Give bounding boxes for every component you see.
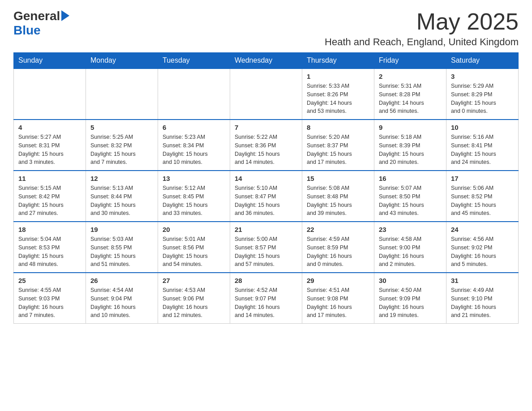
calendar-header-saturday: Saturday (446, 53, 519, 69)
calendar-cell: 17Sunrise: 5:06 AM Sunset: 8:52 PM Dayli… (446, 171, 519, 222)
day-number: 1 (307, 73, 369, 80)
logo-blue-text: Blue (13, 23, 41, 37)
day-number: 27 (163, 277, 225, 284)
day-info: Sunrise: 5:27 AM Sunset: 8:31 PM Dayligh… (18, 133, 81, 167)
day-number: 7 (235, 124, 297, 131)
calendar-week-row: 4Sunrise: 5:27 AM Sunset: 8:31 PM Daylig… (14, 120, 519, 171)
title-block: May 2025 Heath and Reach, England, Unite… (325, 9, 519, 48)
calendar-cell (86, 68, 158, 120)
day-info: Sunrise: 5:15 AM Sunset: 8:42 PM Dayligh… (18, 184, 81, 218)
day-number: 4 (18, 124, 81, 131)
day-number: 22 (307, 226, 369, 233)
calendar-cell: 9Sunrise: 5:18 AM Sunset: 8:39 PM Daylig… (374, 120, 446, 171)
calendar-header-friday: Friday (374, 53, 446, 69)
calendar-cell: 14Sunrise: 5:10 AM Sunset: 8:47 PM Dayli… (230, 171, 302, 222)
day-number: 26 (90, 277, 153, 284)
calendar-week-row: 18Sunrise: 5:04 AM Sunset: 8:53 PM Dayli… (14, 222, 519, 273)
day-number: 23 (379, 226, 442, 233)
location-title: Heath and Reach, England, United Kingdom (325, 36, 519, 48)
day-number: 28 (235, 277, 297, 284)
day-number: 5 (90, 124, 153, 131)
day-number: 15 (307, 175, 369, 182)
calendar-cell: 4Sunrise: 5:27 AM Sunset: 8:31 PM Daylig… (14, 120, 86, 171)
calendar-cell: 2Sunrise: 5:31 AM Sunset: 8:28 PM Daylig… (374, 68, 446, 120)
day-info: Sunrise: 4:56 AM Sunset: 9:02 PM Dayligh… (451, 235, 514, 269)
calendar-cell: 10Sunrise: 5:16 AM Sunset: 8:41 PM Dayli… (446, 120, 519, 171)
day-info: Sunrise: 5:16 AM Sunset: 8:41 PM Dayligh… (451, 133, 514, 167)
calendar-cell: 6Sunrise: 5:23 AM Sunset: 8:34 PM Daylig… (158, 120, 230, 171)
day-number: 8 (307, 124, 369, 131)
day-number: 9 (379, 124, 442, 131)
month-title: May 2025 (325, 9, 519, 34)
day-info: Sunrise: 5:03 AM Sunset: 8:55 PM Dayligh… (90, 235, 153, 269)
calendar-header-tuesday: Tuesday (158, 53, 230, 69)
day-info: Sunrise: 4:54 AM Sunset: 9:04 PM Dayligh… (90, 286, 153, 320)
day-info: Sunrise: 5:23 AM Sunset: 8:34 PM Dayligh… (163, 133, 225, 167)
calendar-week-row: 25Sunrise: 4:55 AM Sunset: 9:03 PM Dayli… (14, 273, 519, 324)
day-info: Sunrise: 4:52 AM Sunset: 9:07 PM Dayligh… (235, 286, 297, 320)
calendar-cell (14, 68, 86, 120)
day-info: Sunrise: 4:49 AM Sunset: 9:10 PM Dayligh… (451, 286, 514, 320)
logo-triangle-icon (61, 10, 69, 21)
calendar-week-row: 1Sunrise: 5:33 AM Sunset: 8:26 PM Daylig… (14, 68, 519, 120)
calendar-cell: 19Sunrise: 5:03 AM Sunset: 8:55 PM Dayli… (86, 222, 158, 273)
day-number: 29 (307, 277, 369, 284)
day-info: Sunrise: 5:00 AM Sunset: 8:57 PM Dayligh… (235, 235, 297, 269)
day-info: Sunrise: 5:25 AM Sunset: 8:32 PM Dayligh… (90, 133, 153, 167)
calendar-cell: 13Sunrise: 5:12 AM Sunset: 8:45 PM Dayli… (158, 171, 230, 222)
calendar-cell (158, 68, 230, 120)
calendar-cell: 30Sunrise: 4:50 AM Sunset: 9:09 PM Dayli… (374, 273, 446, 324)
calendar-cell: 16Sunrise: 5:07 AM Sunset: 8:50 PM Dayli… (374, 171, 446, 222)
calendar-cell: 15Sunrise: 5:08 AM Sunset: 8:48 PM Dayli… (302, 171, 374, 222)
calendar-cell: 24Sunrise: 4:56 AM Sunset: 9:02 PM Dayli… (446, 222, 519, 273)
calendar-cell: 5Sunrise: 5:25 AM Sunset: 8:32 PM Daylig… (86, 120, 158, 171)
day-info: Sunrise: 5:07 AM Sunset: 8:50 PM Dayligh… (379, 184, 442, 218)
day-info: Sunrise: 5:10 AM Sunset: 8:47 PM Dayligh… (235, 184, 297, 218)
day-number: 25 (18, 277, 81, 284)
day-info: Sunrise: 5:01 AM Sunset: 8:56 PM Dayligh… (163, 235, 225, 269)
day-info: Sunrise: 5:06 AM Sunset: 8:52 PM Dayligh… (451, 184, 514, 218)
day-number: 13 (163, 175, 225, 182)
calendar-cell: 11Sunrise: 5:15 AM Sunset: 8:42 PM Dayli… (14, 171, 86, 222)
logo-general-text: General (13, 9, 60, 23)
day-number: 19 (90, 226, 153, 233)
calendar-table: SundayMondayTuesdayWednesdayThursdayFrid… (13, 52, 519, 324)
calendar-cell: 29Sunrise: 4:51 AM Sunset: 9:08 PM Dayli… (302, 273, 374, 324)
day-info: Sunrise: 4:53 AM Sunset: 9:06 PM Dayligh… (163, 286, 225, 320)
day-number: 24 (451, 226, 514, 233)
calendar-cell: 7Sunrise: 5:22 AM Sunset: 8:36 PM Daylig… (230, 120, 302, 171)
day-info: Sunrise: 4:55 AM Sunset: 9:03 PM Dayligh… (18, 286, 81, 320)
page-header: General Blue May 2025 Heath and Reach, E… (13, 9, 519, 48)
calendar-header-thursday: Thursday (302, 53, 374, 69)
calendar-cell: 8Sunrise: 5:20 AM Sunset: 8:37 PM Daylig… (302, 120, 374, 171)
day-number: 2 (379, 73, 442, 80)
day-info: Sunrise: 5:08 AM Sunset: 8:48 PM Dayligh… (307, 184, 369, 218)
calendar-cell: 26Sunrise: 4:54 AM Sunset: 9:04 PM Dayli… (86, 273, 158, 324)
day-number: 18 (18, 226, 81, 233)
day-info: Sunrise: 4:59 AM Sunset: 8:59 PM Dayligh… (307, 235, 369, 269)
day-info: Sunrise: 5:04 AM Sunset: 8:53 PM Dayligh… (18, 235, 81, 269)
calendar-cell: 31Sunrise: 4:49 AM Sunset: 9:10 PM Dayli… (446, 273, 519, 324)
day-info: Sunrise: 5:31 AM Sunset: 8:28 PM Dayligh… (379, 82, 442, 116)
day-number: 10 (451, 124, 514, 131)
calendar-cell: 12Sunrise: 5:13 AM Sunset: 8:44 PM Dayli… (86, 171, 158, 222)
calendar-cell: 20Sunrise: 5:01 AM Sunset: 8:56 PM Dayli… (158, 222, 230, 273)
day-info: Sunrise: 5:12 AM Sunset: 8:45 PM Dayligh… (163, 184, 225, 218)
calendar-cell: 25Sunrise: 4:55 AM Sunset: 9:03 PM Dayli… (14, 273, 86, 324)
day-number: 17 (451, 175, 514, 182)
calendar-cell: 21Sunrise: 5:00 AM Sunset: 8:57 PM Dayli… (230, 222, 302, 273)
day-info: Sunrise: 4:58 AM Sunset: 9:00 PM Dayligh… (379, 235, 442, 269)
calendar-cell: 28Sunrise: 4:52 AM Sunset: 9:07 PM Dayli… (230, 273, 302, 324)
calendar-cell: 23Sunrise: 4:58 AM Sunset: 9:00 PM Dayli… (374, 222, 446, 273)
calendar-cell (230, 68, 302, 120)
day-number: 20 (163, 226, 225, 233)
logo: General Blue (13, 9, 69, 38)
day-info: Sunrise: 5:29 AM Sunset: 8:29 PM Dayligh… (451, 82, 514, 116)
day-number: 6 (163, 124, 225, 131)
day-info: Sunrise: 4:50 AM Sunset: 9:09 PM Dayligh… (379, 286, 442, 320)
day-info: Sunrise: 5:33 AM Sunset: 8:26 PM Dayligh… (307, 82, 369, 116)
calendar-cell: 3Sunrise: 5:29 AM Sunset: 8:29 PM Daylig… (446, 68, 519, 120)
day-info: Sunrise: 5:18 AM Sunset: 8:39 PM Dayligh… (379, 133, 442, 167)
day-number: 30 (379, 277, 442, 284)
day-number: 3 (451, 73, 514, 80)
